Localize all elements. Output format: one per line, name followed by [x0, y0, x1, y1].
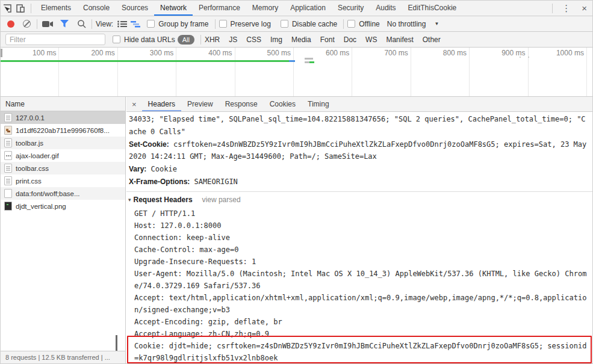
capture-screenshots-icon[interactable] — [41, 17, 54, 31]
tab-security[interactable]: Security — [332, 1, 370, 16]
tick-label: 500 ms — [235, 48, 294, 96]
disable-cache-checkbox[interactable] — [281, 20, 288, 28]
timeline-ruler: 100 ms 200 ms 300 ms 400 ms 500 ms 600 m… — [1, 48, 592, 96]
filter-type-xhr[interactable]: XHR — [205, 35, 220, 44]
filter-type-media[interactable]: Media — [291, 35, 311, 44]
tab-console[interactable]: Console — [77, 1, 116, 16]
tick-label: 600 ms — [294, 48, 352, 96]
response-header-overflow: 34033; "Elapsed time", SQLPanel_sql_time… — [129, 113, 588, 138]
request-row[interactable]: djdt_vertical.png — [1, 200, 125, 212]
filter-type-ws[interactable]: WS — [365, 35, 377, 44]
document-icon — [4, 138, 12, 147]
network-overview-pane[interactable]: 100 ms 200 ms 300 ms 400 ms 500 ms 600 m… — [1, 48, 592, 97]
offline-checkbox[interactable] — [347, 20, 355, 28]
image-icon — [4, 202, 12, 211]
large-request-rows-icon[interactable] — [116, 17, 129, 31]
main-tab-bar: Elements Console Sources Network Perform… — [1, 1, 592, 16]
headers-content: 34033; "Elapsed time", SQLPanel_sql_time… — [126, 112, 592, 363]
filter-type-other[interactable]: Other — [423, 35, 441, 44]
tab-preview[interactable]: Preview — [181, 97, 219, 111]
throttling-select[interactable]: No throttling — [387, 20, 426, 28]
request-row[interactable]: ajax-loader.gif — [1, 149, 125, 162]
tick-label: 400 ms — [176, 48, 235, 96]
response-header-line: X-Frame-Options: SAMEORIGIN — [129, 176, 588, 188]
overview-waterfall-bar — [1, 60, 294, 62]
request-headers-title[interactable]: Request Headers — [134, 196, 193, 204]
view-label: View: — [96, 20, 113, 28]
disclosure-triangle-icon[interactable]: ▾ — [128, 197, 131, 203]
group-by-frame-checkbox[interactable] — [147, 20, 155, 28]
filter-input[interactable] — [5, 34, 105, 45]
request-header-line-cookie: Cookie: djdt=hide; csrftoken=z4sDnWBZDz5… — [134, 340, 588, 363]
tab-memory[interactable]: Memory — [246, 1, 284, 16]
filter-type-js[interactable]: JS — [229, 35, 237, 44]
request-row[interactable]: toolbar.css — [1, 162, 125, 174]
kebab-menu-icon[interactable]: ⋮ — [556, 1, 576, 16]
tab-performance[interactable]: Performance — [193, 1, 246, 16]
request-list-panel: Name 127.0.0.1 1d1df6220ab711e9996760f8.… — [1, 97, 126, 363]
tick-label: 900 ms — [470, 48, 528, 96]
view-parsed-link[interactable]: view parsed — [202, 196, 241, 204]
overview-small-bar — [305, 58, 313, 60]
request-header-line: Accept-Language: zh-CN,zh;q=0.9 — [134, 328, 588, 340]
inspect-element-icon[interactable] — [1, 2, 14, 15]
response-header-line: Vary: Cookie — [129, 163, 588, 176]
divider — [92, 19, 92, 29]
filter-type-manifest[interactable]: Manifest — [386, 35, 413, 44]
close-icon[interactable]: × — [576, 1, 592, 16]
file-icon — [4, 189, 12, 198]
tab-audits[interactable]: Audits — [370, 1, 402, 16]
group-by-frame-label[interactable]: Group by frame — [158, 20, 208, 28]
tab-timing[interactable]: Timing — [302, 97, 335, 111]
show-overview-icon[interactable] — [129, 17, 142, 31]
tick-label: 300 ms — [118, 48, 176, 96]
request-row[interactable]: 1d1df6220ab711e9996760f8... — [1, 124, 125, 137]
overview-start-tick — [1, 49, 2, 57]
response-header-line: Set-Cookie: csrftoken=z4sDnWBZDz5Y9zIvr0… — [129, 138, 588, 164]
request-header-line: Host: 127.0.0.1:8000 — [134, 220, 588, 232]
hide-data-urls-label[interactable]: Hide data URLs — [124, 35, 175, 44]
overview-dot — [528, 57, 529, 58]
request-row[interactable]: print.css — [1, 174, 125, 187]
tab-headers[interactable]: Headers — [142, 97, 181, 111]
close-details-icon[interactable]: × — [126, 100, 142, 109]
filter-type-css[interactable]: CSS — [246, 35, 261, 44]
tick-label: 1000 ms — [529, 48, 587, 96]
search-icon[interactable] — [75, 17, 88, 31]
filter-bar: Hide data URLs All XHR JS CSS Img Media … — [1, 32, 592, 48]
filter-funnel-icon[interactable] — [58, 17, 71, 31]
request-header-line: Accept-Encoding: gzip, deflate, br — [134, 316, 588, 328]
tab-elements[interactable]: Elements — [35, 1, 77, 16]
record-button[interactable] — [4, 17, 17, 31]
document-icon — [4, 164, 12, 173]
request-row[interactable]: 127.0.0.1 — [1, 111, 125, 124]
tab-cookies[interactable]: Cookies — [264, 97, 302, 111]
tab-sources[interactable]: Sources — [116, 1, 154, 16]
hide-data-urls-checkbox[interactable] — [113, 35, 120, 43]
name-column-header[interactable]: Name — [1, 97, 125, 111]
filter-type-img[interactable]: Img — [270, 35, 282, 44]
device-toolbar-icon[interactable] — [14, 2, 27, 15]
tab-network[interactable]: Network — [154, 1, 193, 16]
preserve-log-checkbox[interactable] — [219, 20, 227, 28]
filter-type-doc[interactable]: Doc — [344, 35, 356, 44]
disable-cache-label[interactable]: Disable cache — [292, 20, 337, 28]
offline-label[interactable]: Offline — [359, 20, 379, 28]
document-icon — [4, 176, 12, 185]
divider — [215, 19, 216, 29]
request-row[interactable]: data:font/woff;base... — [1, 187, 125, 200]
tab-application[interactable]: Application — [284, 1, 332, 16]
tab-response[interactable]: Response — [219, 97, 264, 111]
tick-label: 700 ms — [352, 48, 411, 96]
preserve-log-label[interactable]: Preserve log — [231, 20, 271, 28]
request-details-panel: × Headers Preview Response Cookies Timin… — [126, 97, 592, 363]
request-header-line: Connection: keep-alive — [134, 232, 588, 244]
chevron-down-icon[interactable]: ▼ — [434, 21, 439, 26]
request-row[interactable]: toolbar.js — [1, 137, 125, 149]
scrollbar-thumb[interactable] — [116, 335, 117, 352]
clear-button[interactable] — [20, 17, 33, 31]
tab-editthiscookie[interactable]: EditThisCookie — [402, 1, 463, 16]
filter-type-all[interactable]: All — [178, 35, 194, 45]
filter-type-font[interactable]: Font — [320, 35, 335, 44]
image-icon — [4, 151, 12, 160]
